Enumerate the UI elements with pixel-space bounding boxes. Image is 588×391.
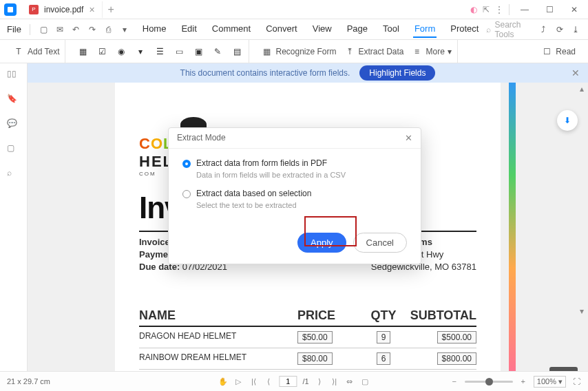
price-field[interactable]: $80.00 <box>297 352 333 365</box>
radio-icon <box>182 160 191 168</box>
scroll-down-arrow[interactable]: ▾ <box>580 306 585 316</box>
image-field-icon[interactable]: ▣ <box>192 45 204 58</box>
redo-icon[interactable]: ↷ <box>87 22 98 37</box>
app-icon <box>4 3 17 16</box>
menu-comment[interactable]: Comment <box>211 21 252 38</box>
new-tab-button[interactable]: + <box>108 3 114 16</box>
close-window-button[interactable]: ✕ <box>565 1 584 18</box>
menu-edit[interactable]: Edit <box>180 21 198 38</box>
banner-message: This document contains interactive form … <box>180 68 350 78</box>
radio-desc-1: Data in form fields will be extracted in… <box>196 171 407 179</box>
ribbon: TAdd Text ▦ ☑ ◉ ▾ ☰ ▭ ▣ ✎ ▤ ▦Recognize F… <box>0 40 588 63</box>
maximize-button[interactable]: ☐ <box>540 1 559 18</box>
highlight-fields-button[interactable]: Highlight Fields <box>359 65 435 81</box>
checkbox-field-icon[interactable]: ☑ <box>96 45 108 58</box>
minimize-button[interactable]: — <box>515 1 534 18</box>
radio-field-icon[interactable]: ◉ <box>115 45 127 58</box>
more-button[interactable]: ≡More▾ <box>411 45 452 58</box>
zoom-thumb[interactable] <box>485 378 493 385</box>
select-tool-icon[interactable]: ▷ <box>233 377 243 386</box>
radio-icon <box>182 190 191 198</box>
scroll-up-arrow[interactable]: ▴ <box>580 84 585 94</box>
extract-data-button[interactable]: ⤒Extract Data <box>344 45 404 58</box>
kebab-menu-icon[interactable]: ⋮ <box>495 5 503 14</box>
cloud-sync-icon[interactable]: ⟳ <box>554 22 565 37</box>
radio-extract-selection[interactable]: Extract data based on selection <box>182 189 407 198</box>
next-page-icon[interactable]: ⟩ <box>315 377 324 386</box>
qty-field[interactable]: 6 <box>377 352 391 365</box>
save-icon[interactable]: ▢ <box>39 22 50 37</box>
topbar: File ▢ ✉ ↶ ↷ ⎙ ▾ Home Edit Comment Conve… <box>0 19 588 40</box>
search-rail-icon[interactable]: ⌕ <box>7 168 21 182</box>
tab-filename: invoice.pdf <box>44 5 83 14</box>
extract-mode-dialog: Extract Mode ✕ Extract data from form fi… <box>168 127 421 264</box>
menu-protect[interactable]: Protect <box>449 21 480 38</box>
last-page-icon[interactable]: ⟩| <box>330 377 339 386</box>
list-field-icon[interactable]: ☰ <box>154 45 166 58</box>
thumbnails-icon[interactable]: ▯▯ <box>7 69 21 83</box>
zoom-in-icon[interactable]: + <box>518 377 528 386</box>
banner-close-icon[interactable]: ✕ <box>571 67 580 78</box>
menu-form[interactable]: Form <box>413 21 437 38</box>
menu-view[interactable]: View <box>311 21 333 38</box>
dialog-close-icon[interactable]: ✕ <box>405 133 412 143</box>
chevron-down-icon[interactable]: ▾ <box>119 22 130 37</box>
pdf-icon: P <box>29 5 39 14</box>
share-icon[interactable]: ⇱ <box>483 5 490 14</box>
search-tools[interactable]: ⌕ Search Tools <box>486 20 526 39</box>
download-icon[interactable]: ⤓ <box>570 22 581 37</box>
qty-field[interactable]: 9 <box>377 331 391 344</box>
prev-page-icon[interactable]: ⟨ <box>264 377 273 386</box>
date-field-icon[interactable]: ▤ <box>231 45 243 58</box>
text-field-icon[interactable]: ▦ <box>76 45 89 58</box>
svg-rect-0 <box>8 7 13 12</box>
add-text-button[interactable]: TAdd Text <box>12 45 59 58</box>
invoice-table: NAME PRICE QTY SUBTOTAL DRAGON HEAD HELM… <box>139 308 476 370</box>
file-menu[interactable]: File <box>7 24 21 34</box>
menu-page[interactable]: Page <box>346 21 369 38</box>
read-toggle[interactable]: ☐Read <box>540 45 576 58</box>
attachment-icon[interactable]: ▢ <box>7 143 21 157</box>
dialog-title: Extract Mode <box>177 133 226 143</box>
hand-tool-icon[interactable]: ✋ <box>218 377 228 386</box>
document-tab[interactable]: P invoice.pdf × <box>22 1 103 18</box>
fit-page-icon[interactable]: ▢ <box>360 377 370 386</box>
subtotal-field[interactable]: $800.00 <box>437 352 476 365</box>
price-field[interactable]: $50.00 <box>297 331 333 344</box>
dropdown-field-icon[interactable]: ▾ <box>134 45 147 58</box>
print-icon[interactable]: ⎙ <box>103 22 114 37</box>
tab-close-icon[interactable]: × <box>89 4 94 15</box>
apply-button[interactable]: Apply <box>297 233 346 253</box>
main-menu: Home Edit Comment Convert View Page Tool… <box>141 21 481 38</box>
cloud-icon[interactable]: ◐ <box>470 5 477 14</box>
download-fab[interactable]: ⬇ <box>557 110 578 131</box>
menu-convert[interactable]: Convert <box>264 21 299 38</box>
button-field-icon[interactable]: ▭ <box>173 45 185 58</box>
fullscreen-icon[interactable]: ⛶ <box>571 377 581 386</box>
menu-tool[interactable]: Tool <box>381 21 401 38</box>
comment-rail-icon[interactable]: 💬 <box>7 118 21 132</box>
bookmark-icon[interactable]: 🔖 <box>7 94 21 107</box>
left-rail: ▯▯ 🔖 💬 ▢ ⌕ <box>0 63 28 391</box>
page-number-input[interactable] <box>279 376 297 387</box>
dialog-header: Extract Mode ✕ <box>169 128 421 149</box>
radio-desc-2: Select the text to be extracted <box>196 201 407 209</box>
fit-width-icon[interactable]: ⇔ <box>345 377 355 386</box>
recognize-form-button[interactable]: ▦Recognize Form <box>260 45 336 58</box>
open-external-icon[interactable]: ⤴ <box>538 22 549 37</box>
table-row: DRAGON HEAD HELMET $50.00 9 $500.00 <box>139 327 476 348</box>
zoom-slider[interactable] <box>465 381 513 383</box>
zoom-out-icon[interactable]: − <box>450 377 459 386</box>
statusbar: 21 x 29.7 cm ✋ ▷ |⟨ ⟨ /1 ⟩ ⟩| ⇔ ▢ − + 10… <box>0 371 588 391</box>
table-header: NAME PRICE QTY SUBTOTAL <box>139 308 476 327</box>
first-page-icon[interactable]: |⟨ <box>249 377 258 386</box>
mail-icon[interactable]: ✉ <box>54 22 65 37</box>
cancel-button[interactable]: Cancel <box>353 233 407 253</box>
subtotal-field[interactable]: $500.00 <box>437 331 476 344</box>
zoom-value[interactable]: 100% ▾ <box>534 376 566 388</box>
radio-extract-form-fields[interactable]: Extract data from form fields in PDF <box>182 158 407 168</box>
menu-home[interactable]: Home <box>141 21 168 38</box>
undo-icon[interactable]: ↶ <box>71 22 82 37</box>
signature-field-icon[interactable]: ✎ <box>211 45 224 58</box>
page-total: /1 <box>302 377 308 385</box>
